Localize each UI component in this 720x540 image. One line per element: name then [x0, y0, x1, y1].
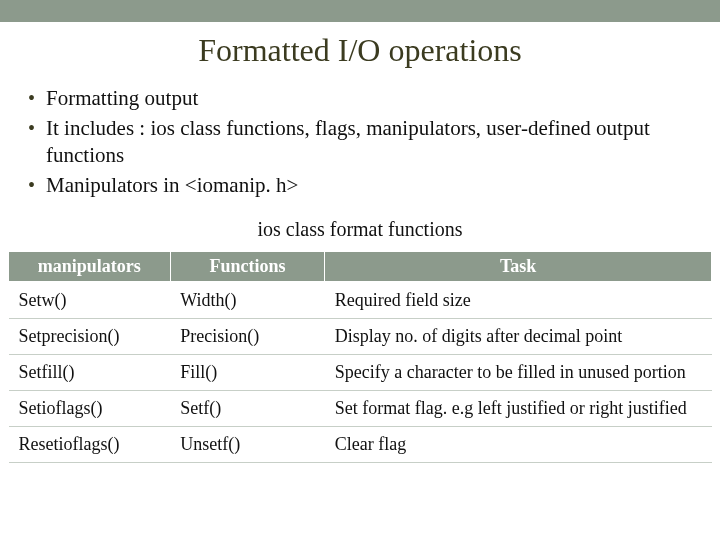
cell-task: Display no. of digits after decimal poin…: [325, 318, 712, 354]
list-item: Manipulators in <iomanip. h>: [28, 172, 696, 200]
cell-manipulator: Resetioflags(): [9, 426, 171, 462]
table-row-empty: [9, 462, 712, 480]
cell-function: Width(): [170, 282, 325, 319]
format-functions-table: manipulators Functions Task Setw() Width…: [8, 251, 712, 481]
table-caption: ios class format functions: [0, 218, 720, 241]
cell-manipulator: Setfill(): [9, 354, 171, 390]
cell-function: Fill(): [170, 354, 325, 390]
cell-function: Precision(): [170, 318, 325, 354]
header-strip: [0, 0, 720, 22]
col-header-manipulators: manipulators: [9, 251, 171, 282]
cell-task: Clear flag: [325, 426, 712, 462]
page-title: Formatted I/O operations: [0, 22, 720, 85]
table-row: Setfill() Fill() Specify a character to …: [9, 354, 712, 390]
cell-task: Set format flag. e.g left justified or r…: [325, 390, 712, 426]
table-row: Resetioflags() Unsetf() Clear flag: [9, 426, 712, 462]
cell-function: Setf(): [170, 390, 325, 426]
table-row: Setprecision() Precision() Display no. o…: [9, 318, 712, 354]
cell-manipulator: Setprecision(): [9, 318, 171, 354]
table-row: Setw() Width() Required field size: [9, 282, 712, 319]
cell-function: Unsetf(): [170, 426, 325, 462]
col-header-task: Task: [325, 251, 712, 282]
table-row: Setioflags() Setf() Set format flag. e.g…: [9, 390, 712, 426]
table-header-row: manipulators Functions Task: [9, 251, 712, 282]
cell-task: Specify a character to be filled in unus…: [325, 354, 712, 390]
bullet-list: Formatting output It includes : ios clas…: [0, 85, 720, 200]
cell-task: Required field size: [325, 282, 712, 319]
list-item: It includes : ios class functions, flags…: [28, 115, 696, 170]
cell-manipulator: Setioflags(): [9, 390, 171, 426]
list-item: Formatting output: [28, 85, 696, 113]
col-header-functions: Functions: [170, 251, 325, 282]
cell-manipulator: Setw(): [9, 282, 171, 319]
